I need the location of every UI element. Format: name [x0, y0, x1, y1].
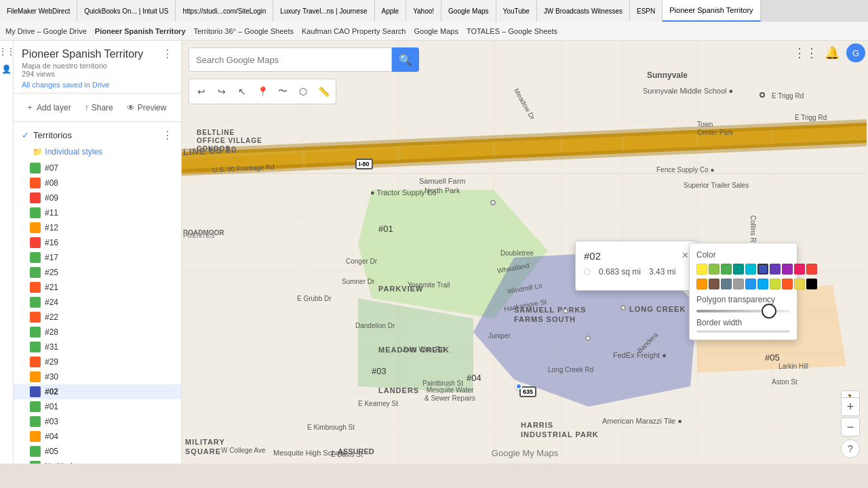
map-road-kearney: E Kearney St [358, 400, 398, 407]
list-item[interactable]: #29 [14, 354, 181, 369]
list-item[interactable]: #21 [14, 280, 181, 295]
list-item[interactable]: #31 [14, 340, 181, 354]
redo-tool[interactable]: ↪ [212, 82, 231, 101]
list-item[interactable]: #17 [14, 250, 181, 265]
color-swatch-cyan[interactable] [745, 264, 756, 274]
tab-pioneer[interactable]: Pioneer Spanish Territory [663, 0, 760, 22]
list-item[interactable]: #16 [14, 235, 181, 250]
shape-tool[interactable]: ⬡ [294, 82, 313, 101]
tab-espn[interactable]: ESPN [630, 0, 663, 22]
tab-studia[interactable]: https://studi...com/SiteLogin [176, 0, 273, 22]
list-item[interactable]: #25 [14, 265, 181, 280]
apps-grid-icon[interactable]: ⋮⋮ [793, 45, 818, 60]
layer-header[interactable]: ✓ Territorios ⋮ [14, 125, 181, 146]
list-item-02[interactable]: #02 [14, 384, 181, 399]
transparency-slider-thumb[interactable] [762, 304, 776, 319]
left-apps-icon[interactable]: ⋮⋮ [1, 46, 12, 57]
color-swatch-teal[interactable] [733, 264, 744, 274]
color-swatch-brown[interactable] [709, 279, 719, 289]
transparency-section: Polygon transparency [696, 295, 790, 312]
preview-button[interactable]: 👁 Preview [123, 100, 171, 115]
border-label: Border width [696, 318, 790, 327]
color-swatch-gold[interactable] [794, 279, 805, 289]
pin-tool[interactable]: 📍 [253, 82, 272, 101]
cursor-tool[interactable]: ↖ [233, 82, 252, 101]
map-road-larkin: Larkin Hill [778, 363, 808, 370]
color-swatch-purple[interactable] [770, 264, 781, 274]
color-swatch-blue[interactable] [745, 279, 756, 289]
bookmark-gmaps[interactable]: Google Maps [414, 27, 458, 35]
color-swatch-yellow[interactable] [696, 264, 707, 274]
list-item[interactable]: #22 [14, 310, 181, 325]
add-layer-button[interactable]: ＋ Add layer [22, 99, 75, 116]
map-road-john-west: John West Rd [402, 346, 445, 353]
help-button[interactable]: ? [841, 439, 860, 458]
border-slider-track[interactable] [696, 330, 790, 333]
color-swatch-red[interactable] [806, 264, 817, 274]
search-input[interactable] [189, 47, 392, 72]
bookmark-drive[interactable]: My Drive – Google Drive [5, 27, 87, 35]
list-item[interactable]: #03 [14, 414, 181, 429]
color-swatch-orange[interactable] [696, 279, 707, 289]
color-swatch-green1[interactable] [709, 264, 719, 274]
close-icon[interactable]: × [682, 249, 688, 262]
sidebar-more-icon[interactable]: ⋮ [162, 47, 173, 60]
user-avatar[interactable]: G [846, 43, 865, 62]
layer-options-icon[interactable]: ⋮ [162, 129, 173, 142]
list-item[interactable]: #01 [14, 399, 181, 414]
path-tool[interactable]: 〜 [273, 82, 292, 101]
color-swatch-pink[interactable] [794, 264, 805, 274]
zoom-in-button[interactable]: + [841, 397, 860, 416]
transparency-slider-track[interactable] [696, 310, 790, 312]
list-item[interactable]: #04 [14, 429, 181, 444]
list-item-untitled[interactable]: Untitled [14, 459, 181, 464]
color-swatch-lime[interactable] [770, 279, 781, 289]
zoom-out-button[interactable]: − [841, 418, 860, 436]
map-label-long-creek: LONG CREEK [629, 305, 686, 313]
color-swatch-deeporange[interactable] [782, 279, 793, 289]
bookmark-territorio[interactable]: Territorio 36° – Google Sheets [194, 27, 294, 35]
map-road-dandelion: Dandelion Dr [355, 322, 395, 329]
list-item[interactable]: #08 [14, 176, 181, 190]
map-road-yosemite: Yosemite Trail [408, 281, 450, 289]
bookmark-pioneer[interactable]: Pioneer Spanish Territory [95, 27, 186, 35]
tab-youtube[interactable]: YouTube [496, 0, 537, 22]
color-swatch-black[interactable] [806, 279, 817, 289]
undo-tool[interactable]: ↩ [192, 82, 211, 101]
search-button[interactable]: 🔍 [392, 47, 419, 72]
color-swatch-lightblue[interactable] [757, 279, 768, 289]
tab-jw[interactable]: JW Broadcasts Witnesses [537, 0, 630, 22]
tab-quickbooks[interactable]: QuickBooks On... | Intuit US [77, 0, 176, 22]
list-item[interactable]: #30 [14, 369, 181, 384]
list-item[interactable]: #07 [14, 161, 181, 176]
tab-apple[interactable]: Apple [375, 0, 407, 22]
color-swatch-magenta[interactable] [782, 264, 793, 274]
list-item[interactable]: #05 [14, 444, 181, 459]
tab-luxury[interactable]: Luxury Travel...ns | Journese [273, 0, 374, 22]
map-container[interactable]: BELTLINEOFFICE VILLAGECONDOS PARKVIEW ME… [182, 41, 868, 464]
layer-style[interactable]: 📁 Individual styles [14, 146, 181, 161]
color-section-label: Color [696, 250, 790, 260]
color-swatch-bluegray[interactable] [721, 279, 732, 289]
info-area-dot [584, 268, 591, 275]
list-item[interactable]: #09 [14, 190, 181, 205]
map-territory-04: #04 [467, 373, 481, 383]
color-swatch-indigo[interactable] [757, 264, 768, 274]
list-item[interactable]: #28 [14, 325, 181, 340]
color-swatch-green2[interactable] [721, 264, 732, 274]
list-item[interactable]: #12 [14, 220, 181, 235]
tab-filemaker[interactable]: FileMaker WebDirect [0, 0, 77, 22]
sidebar-title: Pioneer Spanish Territory ⋮ [22, 47, 173, 60]
color-swatch-gray[interactable] [733, 279, 744, 289]
list-item[interactable]: #24 [14, 295, 181, 310]
bookmark-totales[interactable]: TOTALES – Google Sheets [467, 27, 557, 35]
tab-yahoo[interactable]: Yahoo! [406, 0, 441, 22]
share-button[interactable]: ↑ Share [81, 100, 117, 115]
popup-info-row: 0.683 sq mi 3.43 mi [584, 267, 688, 277]
notifications-icon[interactable]: 🔔 [825, 45, 840, 60]
ruler-tool[interactable]: 📏 [314, 82, 333, 101]
left-user-icon[interactable]: 👤 [1, 64, 12, 75]
tab-gmaps[interactable]: Google Maps [441, 0, 496, 22]
bookmark-kaufman[interactable]: Kaufman CAO Property Search [302, 27, 406, 35]
list-item[interactable]: #11 [14, 205, 181, 220]
